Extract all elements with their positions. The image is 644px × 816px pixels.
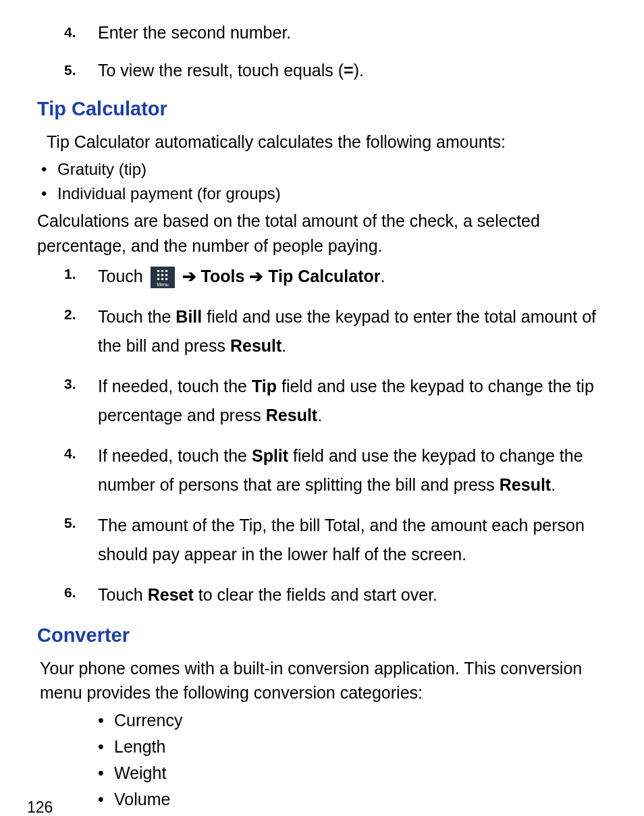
bullet-text: Currency bbox=[114, 709, 182, 732]
svg-rect-5 bbox=[161, 274, 163, 276]
step-prefix: Touch bbox=[98, 267, 148, 285]
page: 4. Enter the second number. 5. To view t… bbox=[0, 0, 644, 816]
tip-label: Tip bbox=[252, 377, 277, 396]
tipcalc-step-5: 5. The amount of the Tip, the bill Total… bbox=[64, 511, 607, 568]
converter-heading: Converter bbox=[37, 624, 607, 647]
bullet-icon: • bbox=[41, 158, 57, 181]
bullet-icon: • bbox=[98, 709, 114, 732]
arrow-icon: ➔ bbox=[182, 267, 196, 285]
reset-label: Reset bbox=[148, 585, 194, 604]
tip-bullet-list: • Gratuity (tip) • Individual payment (f… bbox=[41, 158, 607, 205]
bullet-icon: • bbox=[98, 788, 114, 811]
top-ordered-list: 4. Enter the second number. 5. To view t… bbox=[37, 20, 607, 83]
tipcalc-step-6: 6. Touch Reset to clear the fields and s… bbox=[64, 580, 607, 609]
bullet-item: • Currency bbox=[98, 709, 607, 732]
result-label: Result bbox=[230, 336, 281, 355]
step-prefix: Touch bbox=[98, 585, 148, 604]
step-prefix: Touch the bbox=[98, 307, 176, 326]
bullet-item: • Weight bbox=[98, 761, 607, 785]
step-suffix: . bbox=[317, 406, 322, 425]
step-suffix: . bbox=[551, 475, 556, 494]
step-text: The amount of the Tip, the bill Total, a… bbox=[98, 511, 607, 568]
step-5: 5. To view the result, touch equals (=). bbox=[64, 58, 607, 84]
step-number: 5. bbox=[64, 58, 98, 81]
converter-bullet-list: • Currency • Length • Weight • Volume bbox=[98, 709, 607, 811]
page-number: 126 bbox=[27, 798, 53, 816]
step-text: To view the result, touch equals (=). bbox=[98, 58, 607, 84]
menu-icon: Menu bbox=[151, 267, 175, 288]
tip-para: Calculations are based on the total amou… bbox=[37, 209, 607, 258]
step-prefix: If needed, touch the bbox=[98, 446, 252, 465]
step-text: Touch Menu ➔ Tools bbox=[98, 262, 607, 291]
svg-rect-1 bbox=[157, 270, 159, 272]
step-text-prefix: To view the result, touch equals ( bbox=[98, 61, 344, 80]
tipcalc-step-1: 1. Touch Menu ➔ Tools bbox=[64, 262, 607, 291]
step-prefix: If needed, touch the bbox=[98, 377, 252, 396]
tipcalc-step-4: 4. If needed, touch the Split field and … bbox=[64, 441, 607, 499]
bullet-item: • Length bbox=[98, 735, 607, 759]
split-label: Split bbox=[252, 446, 288, 465]
bullet-text: Length bbox=[114, 735, 165, 759]
step-number: 4. bbox=[64, 441, 98, 464]
step-number: 6. bbox=[64, 580, 98, 603]
svg-rect-6 bbox=[165, 274, 167, 276]
svg-rect-7 bbox=[157, 278, 159, 280]
bill-label: Bill bbox=[176, 307, 202, 326]
step-suffix: . bbox=[381, 267, 385, 285]
bullet-item: • Gratuity (tip) bbox=[41, 158, 607, 181]
svg-rect-8 bbox=[161, 278, 163, 280]
result-label: Result bbox=[500, 475, 551, 494]
bullet-text: Volume bbox=[114, 788, 170, 811]
step-text: If needed, touch the Split field and use… bbox=[98, 441, 607, 499]
step-number: 3. bbox=[64, 372, 98, 395]
svg-rect-2 bbox=[161, 270, 163, 272]
step-text: Touch the Bill field and use the keypad … bbox=[98, 302, 607, 360]
step-number: 5. bbox=[64, 511, 98, 534]
arrow-icon: ➔ bbox=[249, 267, 263, 285]
step-number: 4. bbox=[64, 20, 98, 43]
step-number: 1. bbox=[64, 262, 98, 285]
tipcalc-step-2: 2. Touch the Bill field and use the keyp… bbox=[64, 302, 607, 360]
svg-rect-4 bbox=[157, 274, 159, 276]
svg-rect-3 bbox=[165, 270, 167, 272]
result-label: Result bbox=[266, 406, 317, 425]
converter-para: Your phone comes with a built-in convers… bbox=[40, 656, 607, 705]
tip-calculator-label: Tip Calculator bbox=[268, 267, 380, 285]
step-number: 2. bbox=[64, 302, 98, 325]
tip-intro: Tip Calculator automatically calculates … bbox=[47, 130, 607, 154]
step-mid: to clear the fields and start over. bbox=[194, 585, 437, 604]
svg-rect-9 bbox=[165, 278, 167, 280]
tipcalc-ordered-list: 1. Touch Menu ➔ Tools bbox=[37, 262, 607, 609]
bullet-text: Weight bbox=[114, 761, 166, 785]
step-suffix: . bbox=[281, 336, 286, 355]
step-text: If needed, touch the Tip field and use t… bbox=[98, 372, 607, 429]
step-text: Enter the second number. bbox=[98, 20, 607, 46]
bullet-icon: • bbox=[98, 735, 114, 759]
step-text: Touch Reset to clear the fields and star… bbox=[98, 580, 607, 609]
bullet-item: • Volume bbox=[98, 788, 607, 811]
tip-calculator-heading: Tip Calculator bbox=[37, 98, 607, 120]
bullet-icon: • bbox=[41, 182, 57, 205]
bullet-icon: • bbox=[98, 761, 114, 785]
bullet-text: Individual payment (for groups) bbox=[57, 182, 281, 205]
step-text-suffix: ). bbox=[354, 61, 364, 80]
tipcalc-step-3: 3. If needed, touch the Tip field and us… bbox=[64, 372, 607, 429]
menu-icon-label: Menu bbox=[157, 282, 169, 287]
equals-symbol: = bbox=[344, 61, 354, 80]
tools-label: Tools bbox=[201, 267, 245, 285]
bullet-text: Gratuity (tip) bbox=[57, 158, 146, 181]
bullet-item: • Individual payment (for groups) bbox=[41, 182, 607, 205]
step-4: 4. Enter the second number. bbox=[64, 20, 607, 46]
